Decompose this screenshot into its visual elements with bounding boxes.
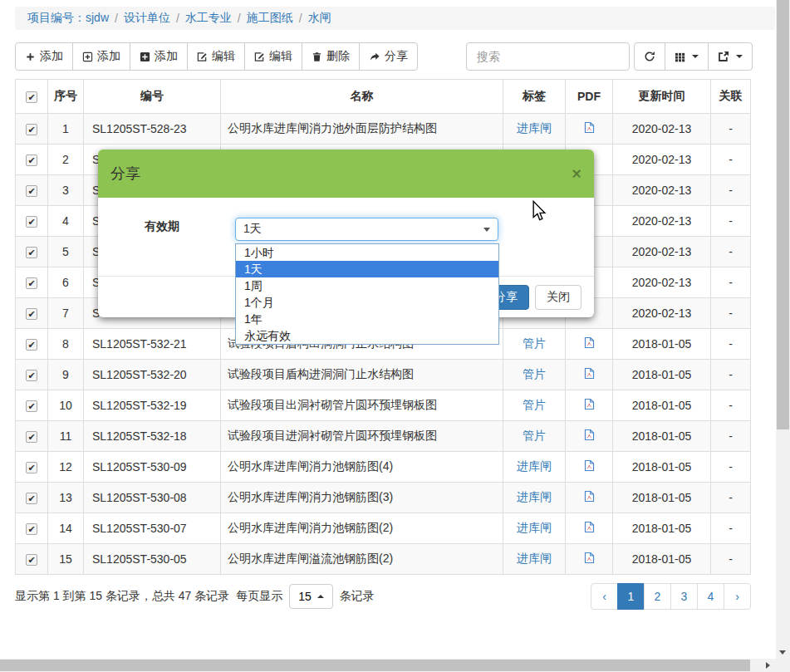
tag-link[interactable]: 进库闸	[517, 521, 552, 534]
trash-icon	[312, 52, 322, 62]
breadcrumb-separator: /	[176, 12, 179, 25]
tag-link[interactable]: 管片	[523, 367, 546, 380]
pdf-icon[interactable]	[584, 459, 595, 472]
table-row[interactable]: ✔10SL1205ST-532-19试验段项目出洞衬砌管片圆环预埋钢板图管片20…	[16, 390, 751, 421]
table-row[interactable]: ✔9SL1205ST-532-20试验段项目盾构进洞洞门止水结构图管片2018-…	[16, 360, 751, 390]
cell-tag: 进库闸	[503, 483, 566, 513]
vertical-scrollbar[interactable]	[776, 0, 790, 659]
row-checkbox[interactable]: ✔	[26, 308, 37, 320]
tag-link[interactable]: 进库闸	[517, 459, 552, 473]
pdf-icon[interactable]	[584, 367, 595, 380]
pdf-icon[interactable]	[584, 490, 595, 503]
tag-link[interactable]: 进库闸	[517, 490, 552, 503]
breadcrumb-item[interactable]: 项目编号：sjdw	[27, 11, 109, 26]
dropdown-option[interactable]: 1周	[236, 277, 498, 294]
pdf-icon[interactable]	[584, 521, 595, 533]
scroll-down-arrow-icon[interactable]	[779, 650, 786, 655]
close-button[interactable]: 关闭	[535, 285, 581, 310]
table-row[interactable]: ✔13SL1205ST-530-08公明水库进库闸消力池钢筋图(3)进库闸201…	[16, 483, 751, 513]
breadcrumb: 项目编号：sjdw/设计单位/水工专业/施工图纸/水闸	[15, 7, 775, 30]
row-checkbox[interactable]: ✔	[26, 370, 37, 381]
plus-square-outline-icon	[82, 52, 93, 62]
row-checkbox[interactable]: ✔	[26, 431, 37, 443]
pdf-icon[interactable]	[584, 398, 595, 410]
row-checkbox[interactable]: ✔	[26, 155, 37, 166]
cell-checkbox: ✔	[16, 298, 48, 329]
dropdown-option[interactable]: 1小时	[236, 244, 498, 261]
pdf-icon[interactable]	[584, 121, 595, 134]
dropdown-option[interactable]: 永远有效	[236, 327, 498, 344]
table-row[interactable]: ✔14SL1205ST-530-07公明水库进库闸消力池钢筋图(2)进库闸201…	[16, 513, 751, 544]
breadcrumb-item[interactable]: 施工图纸	[247, 11, 293, 26]
edit-icon	[254, 52, 265, 62]
dropdown-option[interactable]: 1天	[236, 261, 498, 277]
button-label: 添加	[97, 49, 120, 64]
pagination-page[interactable]: 3	[670, 583, 698, 610]
delete-button[interactable]: 删除	[302, 42, 360, 71]
tag-link[interactable]: 进库闸	[517, 552, 552, 565]
table-row[interactable]: ✔1SL1205ST-528-23公明水库进库闸消力池外面层防护结构图进库闸20…	[16, 114, 751, 145]
toolbar-actions: 添加添加添加编辑编辑删除分享	[15, 42, 418, 71]
export-button[interactable]	[708, 42, 753, 71]
pagination-page[interactable]: 2	[644, 583, 671, 610]
select-all-checkbox[interactable]: ✔	[26, 91, 37, 103]
table-row[interactable]: ✔15SL1205ST-530-05公明水库进库闸溢流池钢筋图(2)进库闸201…	[16, 544, 751, 575]
refresh-icon	[644, 51, 655, 62]
columns-button[interactable]	[665, 42, 709, 71]
page-size-button[interactable]: 15	[289, 584, 333, 609]
row-checkbox[interactable]: ✔	[26, 523, 37, 535]
row-checkbox[interactable]: ✔	[26, 185, 37, 197]
search-input[interactable]	[466, 42, 630, 71]
horizontal-scrollbar-thumb[interactable]	[0, 660, 750, 671]
row-checkbox[interactable]: ✔	[26, 339, 37, 351]
pagination-prev[interactable]: ‹	[591, 583, 618, 610]
pagination-next[interactable]: ›	[724, 583, 751, 610]
row-checkbox[interactable]: ✔	[26, 400, 37, 412]
pdf-icon[interactable]	[584, 429, 595, 441]
tag-link[interactable]: 管片	[523, 429, 546, 442]
row-checkbox[interactable]: ✔	[26, 493, 37, 504]
column-header-seq: 序号	[48, 80, 84, 114]
add3-button[interactable]: 添加	[130, 42, 188, 71]
tag-link[interactable]: 进库闸	[517, 121, 552, 135]
cell-seq: 3	[48, 175, 84, 206]
row-checkbox[interactable]: ✔	[26, 554, 37, 566]
pagination-page[interactable]: 4	[697, 583, 724, 610]
row-checkbox[interactable]: ✔	[26, 216, 37, 228]
cell-pdf	[566, 390, 613, 421]
row-checkbox[interactable]: ✔	[26, 462, 37, 473]
horizontal-scrollbar[interactable]	[0, 659, 776, 672]
add2-button[interactable]: 添加	[72, 42, 130, 71]
scroll-right-arrow-icon[interactable]	[766, 662, 770, 669]
edit2-button[interactable]: 编辑	[244, 42, 302, 71]
breadcrumb-item[interactable]: 水工专业	[185, 11, 232, 26]
pagination-page[interactable]: 1	[617, 583, 645, 610]
dropdown-option[interactable]: 1个月	[236, 294, 498, 311]
table-row[interactable]: ✔12SL1205ST-530-09公明水库进库闸消力池钢筋图(4)进库闸201…	[16, 452, 751, 483]
cell-tag: 管片	[503, 329, 566, 360]
add-button[interactable]: 添加	[15, 42, 73, 71]
cell-updated: 2018-01-05	[613, 360, 711, 390]
vertical-scrollbar-thumb[interactable]	[777, 0, 789, 429]
row-checkbox[interactable]: ✔	[26, 124, 37, 135]
cell-checkbox: ✔	[16, 513, 48, 544]
row-checkbox[interactable]: ✔	[26, 277, 37, 289]
close-icon[interactable]: ×	[572, 165, 581, 182]
breadcrumb-item[interactable]: 设计单位	[124, 11, 170, 26]
validity-select[interactable]: 1天	[235, 218, 498, 241]
cell-pdf	[566, 513, 613, 544]
cell-code: SL1205ST-532-20	[84, 360, 221, 390]
edit-button[interactable]: 编辑	[187, 42, 245, 71]
refresh-button[interactable]	[634, 42, 665, 71]
row-checkbox[interactable]: ✔	[26, 247, 37, 258]
table-row[interactable]: ✔11SL1205ST-532-18试验段项目进洞衬砌管片圆环预埋钢板图管片20…	[16, 421, 751, 452]
breadcrumb-item[interactable]: 水闸	[308, 11, 331, 26]
cell-relation: -	[711, 390, 751, 421]
tag-link[interactable]: 管片	[523, 398, 546, 411]
cell-updated: 2018-01-05	[613, 421, 711, 452]
tag-link[interactable]: 管片	[523, 336, 546, 350]
dropdown-option[interactable]: 1年	[236, 311, 498, 327]
pdf-icon[interactable]	[584, 336, 595, 349]
pdf-icon[interactable]	[584, 552, 595, 564]
share-button[interactable]: 分享	[359, 42, 418, 71]
